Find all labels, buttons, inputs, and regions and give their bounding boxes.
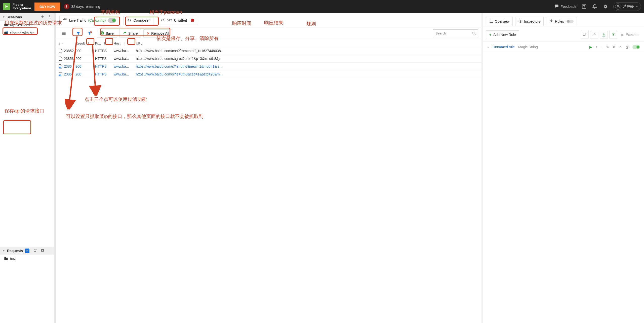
feedback-button[interactable]: Feedback [555, 4, 576, 9]
upload-icon[interactable] [609, 31, 617, 39]
play-icon[interactable]: ▶ [589, 45, 592, 49]
svg-point-12 [520, 21, 521, 22]
share-rule-icon[interactable] [590, 31, 598, 39]
capture-toggle[interactable] [108, 18, 116, 23]
notifications-icon[interactable] [592, 4, 597, 9]
add-rule-button[interactable]: + Add New Rule [486, 30, 519, 39]
cell-protocol: HTTPS [95, 49, 114, 53]
composer-icon [127, 18, 131, 23]
share-button[interactable]: Share [119, 29, 141, 38]
add-rule-label: Add New Rule [493, 33, 516, 37]
col-host[interactable]: Host [114, 42, 120, 45]
tab-composer[interactable]: Composer [124, 16, 153, 25]
kebab-icon[interactable]: ⋮ [86, 42, 91, 45]
save-button[interactable]: Save [97, 29, 117, 38]
cell-result: 200 [75, 64, 95, 68]
rules-toggle[interactable] [567, 20, 574, 23]
stream-icon[interactable] [59, 29, 68, 38]
bolt-icon [549, 19, 553, 24]
folder-icon [4, 257, 8, 261]
col-id[interactable]: # [58, 42, 60, 45]
table-row[interactable]: 23852200HTTPSwww.ba...https://www.baidu.… [56, 47, 481, 55]
import-icon[interactable] [48, 15, 52, 19]
overview-label: Overview [495, 19, 509, 23]
group-icon[interactable] [581, 31, 589, 39]
settings-icon[interactable] [603, 4, 608, 9]
tab-overview[interactable]: Overview [486, 17, 513, 26]
rule-toggle[interactable] [632, 45, 640, 49]
app-header: F Fiddler Everywhere BUY NOW ! 32 days r… [0, 0, 644, 13]
tab-live-traffic[interactable]: Live Traffic (Capturing) [59, 16, 120, 25]
kebab-icon[interactable]: ⋮ [102, 42, 107, 45]
collapse-icon: ▼ [3, 249, 5, 252]
traffic-toolbar: Save Share ✕ Remove All [56, 27, 481, 40]
grid-header: #▲ Result⋮ Pr...⋮ Host⋮ URL [56, 40, 481, 47]
clear-filter-icon[interactable] [85, 29, 94, 38]
cell-host: www.ba... [114, 57, 136, 61]
add-session-icon[interactable] [41, 15, 45, 19]
svg-point-1 [584, 8, 584, 8]
center-panel: Live Traffic (Capturing) Composer GET Un… [56, 13, 483, 323]
cell-result: 200 [75, 57, 95, 61]
users-icon[interactable] [33, 248, 37, 253]
add-request-icon[interactable]: + [25, 249, 29, 253]
arrow-up-icon[interactable]: ↑ [596, 45, 597, 49]
help-icon[interactable] [582, 4, 587, 9]
right-panel: Overview Inspectors Rules [483, 13, 644, 323]
edit-icon[interactable]: ✎ [606, 45, 609, 49]
user-name-label: 芦婷婷 [623, 4, 634, 9]
arrow-down-icon[interactable]: ↓ [601, 45, 603, 49]
inspectors-label: Inspectors [524, 19, 540, 23]
cell-host: www.ba... [114, 72, 136, 76]
trial-days-label: 32 days remaining [71, 5, 100, 9]
new-folder-icon[interactable] [41, 248, 45, 253]
sidebar-item-my-sessions[interactable]: My Sessions [0, 21, 54, 29]
tab-untitled[interactable]: GET Untitled [157, 16, 198, 25]
kebab-icon[interactable]: ⋮ [122, 42, 127, 45]
copy-icon[interactable]: ⧉ [613, 45, 615, 49]
tab-inspectors[interactable]: Inspectors [515, 17, 544, 26]
filter-icon[interactable] [74, 29, 83, 38]
rule-type-label: Magic String [518, 45, 538, 49]
execute-button[interactable]: ▶ Execute [619, 31, 641, 39]
col-url[interactable]: URL [136, 42, 142, 45]
share-label: Share [128, 31, 138, 35]
table-row[interactable]: HTML2386200HTTPSwww.ba...https://www.bai… [56, 70, 481, 78]
sessions-label: Sessions [7, 15, 22, 19]
remove-all-button[interactable]: ✕ Remove All [143, 29, 172, 37]
sidebar-item-test[interactable]: test [0, 255, 54, 263]
requests-label: Requests [7, 249, 23, 253]
cell-host: www.ba... [114, 49, 136, 53]
buy-now-button[interactable]: BUY NOW [34, 3, 60, 11]
requests-header[interactable]: ▼ Requests + [0, 247, 54, 255]
untitled-label: Untitled [174, 18, 187, 22]
app-name: Fiddler Everywhere [13, 3, 31, 10]
user-menu[interactable]: 芦婷婷 ▼ [613, 2, 641, 11]
execute-label: Execute [626, 33, 638, 37]
chevron-down-icon: ⌄ [487, 46, 489, 48]
feedback-icon [555, 4, 559, 9]
file-icon: HTML [58, 64, 63, 69]
tab-rules[interactable]: Rules [546, 17, 577, 26]
folder-icon [4, 23, 8, 27]
svg-point-2 [617, 5, 619, 7]
col-protocol[interactable]: Pr... [95, 42, 101, 45]
table-row[interactable]: 23853200HTTPSwww.ba...https://www.baidu.… [56, 55, 481, 63]
remove-icon: ✕ [147, 31, 150, 35]
col-result[interactable]: Result [75, 42, 85, 45]
search-input[interactable] [433, 29, 478, 37]
cell-protocol: HTTPS [95, 57, 114, 61]
sessions-header[interactable]: ▼ Sessions [0, 13, 54, 21]
sidebar-item-shared[interactable]: Shared with Me [0, 29, 54, 37]
table-row[interactable]: HTML2386200HTTPSwww.ba...https://www.bai… [56, 63, 481, 70]
cell-url: https://www.baidu.com/s?ie=utf-8&newi=1&… [136, 64, 479, 68]
download-icon[interactable] [600, 31, 608, 39]
trial-status: ! 32 days remaining [64, 4, 100, 9]
export-icon[interactable]: ↗ [619, 45, 622, 49]
app-logo: F Fiddler Everywhere [3, 3, 31, 10]
shared-icon [4, 31, 8, 35]
logo-icon: F [3, 3, 10, 10]
delete-icon[interactable]: 🗑 [625, 45, 629, 49]
rule-item[interactable]: ⌄ Unnamed rule Magic String ▶ ↑ ↓ ✎ ⧉ ↗ … [483, 42, 644, 52]
cell-result: 200 [75, 49, 95, 53]
